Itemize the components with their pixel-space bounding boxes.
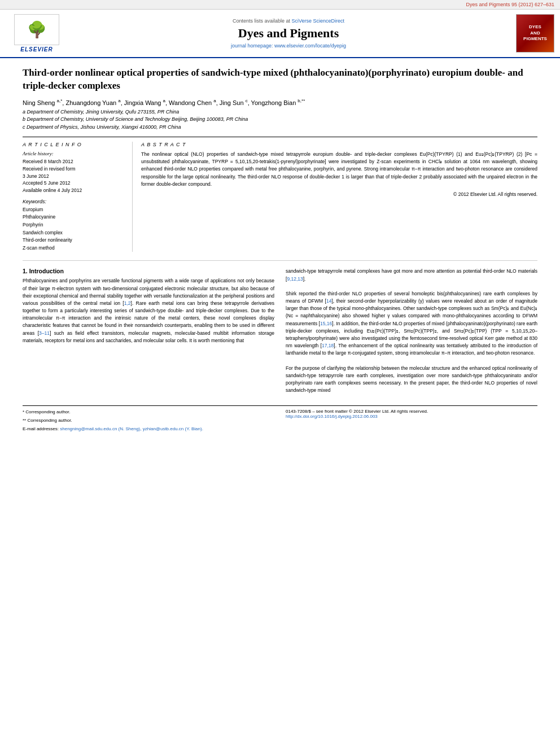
section-divider <box>23 260 537 261</box>
author-wandong-chen: Wandong Chen a, <box>169 99 220 106</box>
keyword-porphyrin: Porphyrin <box>23 221 126 229</box>
journal-citation: Dyes and Pigments 95 (2012) 627–631 <box>466 2 554 7</box>
author-jing-sun: Jing Sun c, <box>220 99 251 106</box>
article-history-label: Article history: <box>23 151 126 156</box>
keyword-phthalocyanine: Phthalocyanine <box>23 213 126 221</box>
body-two-col: 1. Introduction Phthalocyanines and porp… <box>23 268 537 394</box>
intro-text-left: Phthalocyanines and porphyrins are versa… <box>23 277 274 344</box>
affiliation-c: c Department of Physics, Jishou Universi… <box>23 124 537 132</box>
journal-homepage: journal homepage: www.elsevier.com/locat… <box>68 43 509 49</box>
dyes-logo-text: DYESANDPIGMENTS <box>523 24 547 42</box>
ref-9-12-13[interactable]: 9,12,13 <box>287 276 303 282</box>
keyword-third-order: Third-order nonlinearity <box>23 237 126 244</box>
corresponding-note-2: ** Corresponding author. <box>23 417 274 424</box>
ref-3-11[interactable]: 3–11 <box>39 330 50 336</box>
abstract-col: A B S T R A C T The nonlinear optical (N… <box>141 142 537 252</box>
top-bar: Dyes and Pigments 95 (2012) 627–631 <box>0 0 560 10</box>
abstract-copyright: © 2012 Elsevier Ltd. All rights reserved… <box>141 191 537 197</box>
footer-left-col: * Corresponding author. ** Corresponding… <box>23 409 274 434</box>
introduction-section: 1. Introduction Phthalocyanines and porp… <box>23 268 537 394</box>
article-info-abstract: A R T I C L E I N F O Article history: R… <box>23 137 537 252</box>
body-col-left: 1. Introduction Phthalocyanines and porp… <box>23 268 274 394</box>
author-ning-sheng: Ning Sheng a,*, <box>23 99 65 106</box>
ref-17-18[interactable]: 17,18 <box>322 343 334 348</box>
elsevier-logo-section: 🌳 ELSEVIER <box>6 14 68 53</box>
history-revised-date: 3 June 2012 <box>23 173 126 180</box>
article-info-header: A R T I C L E I N F O <box>23 142 126 147</box>
ref-15-16[interactable]: 15,16 <box>320 321 332 326</box>
footer-right-col: 0143-7208/$ – see front matter © 2012 El… <box>286 409 537 434</box>
body-col-right: sandwich-type tetrapyrrole metal complex… <box>286 268 537 394</box>
ref-14[interactable]: 14 <box>326 298 331 304</box>
author-yongzhong-bian: Yongzhong Bian b,** <box>251 99 305 106</box>
doi-link[interactable]: http://dx.doi.org/10.1016/j.dyepig.2012.… <box>286 414 537 419</box>
tree-icon: 🌳 <box>27 22 47 38</box>
abstract-header: A B S T R A C T <box>141 142 537 147</box>
footer-cols: * Corresponding author. ** Corresponding… <box>23 409 537 434</box>
keyword-zscan: Z-scan method <box>23 244 126 252</box>
email1[interactable]: shengning@mail.sdu.edu.cn (N. Sheng), <box>60 426 141 431</box>
article-footer: * Corresponding author. ** Corresponding… <box>23 405 537 434</box>
sciverse-link[interactable]: SciVerse ScienceDirect <box>292 18 345 24</box>
author-jingxia-wang: Jingxia Wang a, <box>124 99 169 106</box>
sciverse-prefix: Contents lists available at <box>233 18 290 24</box>
keyword-europium: Europium <box>23 206 126 214</box>
email-label: E-mail addresses: <box>23 426 59 431</box>
email-addresses: E-mail addresses: shengning@mail.sdu.edu… <box>23 426 274 433</box>
abstract-text: The nonlinear optical (NLO) properties o… <box>141 151 537 188</box>
history-accepted: Accepted 5 June 2012 <box>23 180 126 187</box>
article-container: Third-order nonlinear optical properties… <box>0 58 560 443</box>
sciverse-line: Contents lists available at SciVerse Sci… <box>68 18 509 24</box>
affiliation-a: a Department of Chemistry, Jining Univer… <box>23 108 537 116</box>
authors-line: Ning Sheng a,*, Zhuangdong Yuan a, Jingx… <box>23 98 537 106</box>
elsevier-logo: 🌳 ELSEVIER <box>6 14 68 53</box>
copyright-line: 0143-7208/$ – see front matter © 2012 El… <box>286 409 537 414</box>
dyes-pigments-logo: DYESANDPIGMENTS <box>516 14 554 53</box>
email2[interactable]: yzhian@ustb.edu.cn (Y. Bian). <box>143 426 203 431</box>
intro-title: 1. Introduction <box>23 268 274 274</box>
keywords-label: Keywords: <box>23 199 126 204</box>
article-title: Third-order nonlinear optical properties… <box>23 67 537 93</box>
history-online: Available online 4 July 2012 <box>23 187 126 194</box>
history-received: Received 8 March 2012 <box>23 158 126 165</box>
intro-text-right: sandwich-type tetrapyrrole metal complex… <box>286 268 537 394</box>
ref-1-2[interactable]: 1,2 <box>124 300 131 306</box>
corresponding-note-1: * Corresponding author. <box>23 409 274 416</box>
article-info-col: A R T I C L E I N F O Article history: R… <box>23 142 133 252</box>
elsevier-logo-box: 🌳 <box>14 14 59 45</box>
author-zhuangdong-yuan: Zhuangdong Yuan a, <box>65 99 124 106</box>
keyword-sandwich: Sandwich complex <box>23 229 126 237</box>
journal-logo-right: DYESANDPIGMENTS <box>509 14 554 53</box>
affiliations: a Department of Chemistry, Jining Univer… <box>23 108 537 132</box>
affiliation-b: b Department of Chemistry, University of… <box>23 116 537 124</box>
history-revised-label: Received in revised form <box>23 165 126 173</box>
journal-header-center: Contents lists available at SciVerse Sci… <box>68 18 509 49</box>
elsevier-label: ELSEVIER <box>20 46 53 53</box>
journal-header: 🌳 ELSEVIER Contents lists available at S… <box>0 10 560 58</box>
journal-title: Dyes and Pigments <box>68 26 509 41</box>
